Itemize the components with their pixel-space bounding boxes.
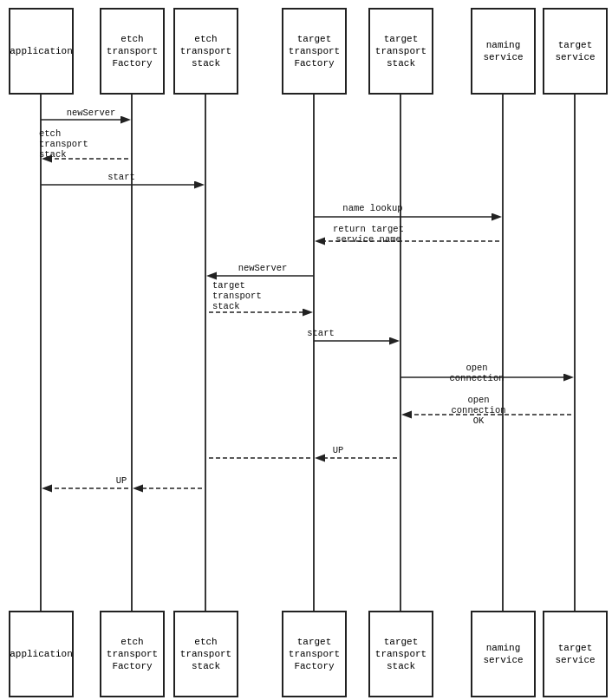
msg-newserver-2: newServer [228,263,297,273]
actor-naming-service-bottom: namingservice [471,611,536,697]
actor-application-top: application [9,8,74,95]
msg-open-connection-1: openconnection [425,363,529,383]
msg-up-2: UP [95,475,147,486]
actor-etch-transport-stack-bottom: etchtransportstack [173,611,238,697]
msg-name-lookup: name lookup [321,203,425,213]
sequence-diagram: application etchtransportFactory etchtra… [0,0,612,700]
actor-target-transport-stack-top: targettransportstack [368,8,433,95]
actor-target-service-bottom: targetservice [543,611,608,697]
actor-etch-transport-factory-bottom: etchtransportFactory [100,611,165,697]
msg-start-1: start [87,172,156,182]
msg-newserver-1: newServer [56,108,126,118]
actor-application-bottom: application [9,611,74,697]
actor-target-transport-stack-bottom: targettransportstack [368,611,433,697]
actor-target-transport-factory-bottom: targettransportFactory [282,611,347,697]
actor-target-transport-factory-top: targettransportFactory [282,8,347,95]
msg-target-transport-stack: targettransportstack [212,280,290,311]
msg-start-2: start [286,328,355,338]
msg-return-target-service-name: return targetservice name [312,224,425,245]
actor-target-service-top: targetservice [543,8,608,95]
msg-etch-transport-stack: etchtransportstack [39,128,108,160]
msg-up-1: UP [312,445,364,455]
actor-etch-transport-factory-top: etchtransportFactory [100,8,165,95]
actor-naming-service-top: namingservice [471,8,536,95]
actor-etch-transport-stack-top: etchtransportstack [173,8,238,95]
msg-open-connection-ok: openconnectionOK [422,395,535,426]
